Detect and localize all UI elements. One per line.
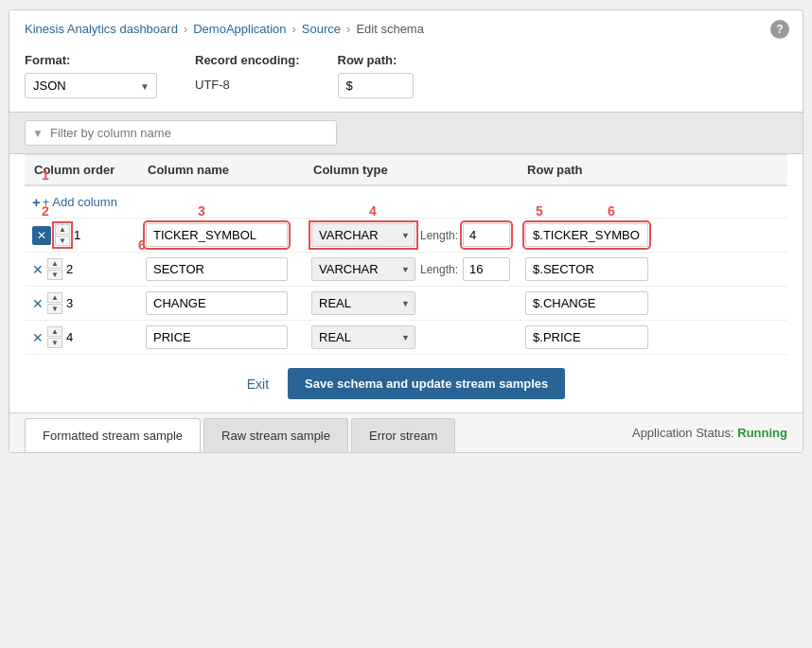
spinner-down-3[interactable]: ▼ xyxy=(47,304,62,314)
breadcrumb-source[interactable]: Source xyxy=(302,22,341,36)
col-type-select-4[interactable]: VARCHAR INTEGER REAL BOOLEAN TIMESTAMP xyxy=(311,325,415,349)
tab-formatted-stream[interactable]: Formatted stream sample xyxy=(25,418,201,452)
annotation-1: 1 xyxy=(42,167,49,183)
filter-input[interactable] xyxy=(25,120,337,146)
col-name-input-4[interactable] xyxy=(146,325,288,349)
col-type-select-3[interactable]: VARCHAR INTEGER REAL BOOLEAN TIMESTAMP xyxy=(311,291,415,315)
filter-icon: ▼ xyxy=(32,127,44,140)
delete-row-2-button[interactable]: ✕ xyxy=(32,262,44,277)
col-type-select-1[interactable]: VARCHAR INTEGER REAL BOOLEAN TIMESTAMP xyxy=(311,223,415,247)
format-label: Format: xyxy=(25,53,157,67)
app-status-value: Running xyxy=(737,426,787,440)
breadcrumb-kinesis[interactable]: Kinesis Analytics dashboard xyxy=(25,22,178,36)
table-row: ✕ ▲ ▼ 3 xyxy=(25,287,787,321)
annotation-3: 3 xyxy=(198,203,205,219)
length-input-2[interactable] xyxy=(463,257,510,281)
filter-bar: ▼ xyxy=(9,112,803,154)
help-icon[interactable]: ? xyxy=(770,20,789,39)
tabs-bar: Formatted stream sample Raw stream sampl… xyxy=(9,412,803,452)
order-value-4: 4 xyxy=(66,330,73,344)
row-path-col-input-1[interactable] xyxy=(525,223,648,247)
format-select[interactable]: JSON CSV Custom xyxy=(25,73,157,98)
record-encoding-value: UTF-8 xyxy=(195,73,230,96)
col-name-input-3[interactable] xyxy=(146,291,288,315)
delete-row-4-button[interactable]: ✕ xyxy=(32,330,44,345)
plus-icon: + xyxy=(32,194,41,210)
col-name-input-1[interactable] xyxy=(146,223,288,247)
col-name-input-2[interactable] xyxy=(146,257,288,281)
annotation-5: 5 xyxy=(536,203,543,219)
spinner-down-1[interactable]: ▼ xyxy=(55,236,70,246)
length-label-1: Length: xyxy=(420,229,458,242)
add-column-row: + + Add column xyxy=(25,185,787,219)
format-group: Format: JSON CSV Custom xyxy=(25,53,157,98)
breadcrumb-current: Edit schema xyxy=(356,22,424,36)
spinner-up-4[interactable]: ▲ xyxy=(47,326,62,337)
tab-raw-stream[interactable]: Raw stream sample xyxy=(203,418,348,452)
spinner-down-2[interactable]: ▼ xyxy=(47,270,62,280)
order-value-3: 3 xyxy=(66,296,73,310)
length-input-1[interactable] xyxy=(463,223,510,247)
footer-actions: Exit Save schema and update stream sampl… xyxy=(9,355,803,412)
table-row: ✕ ▲ ▼ 2 xyxy=(25,253,787,287)
spinner-down-4[interactable]: ▼ xyxy=(47,338,62,348)
schema-table: Column order Column name Column type Row… xyxy=(25,154,787,355)
annotation-6b: 6 xyxy=(138,237,146,253)
table-row: ✕ ▲ ▼ 4 xyxy=(25,321,787,355)
col-type-select-2[interactable]: VARCHAR INTEGER REAL BOOLEAN TIMESTAMP xyxy=(311,257,415,281)
save-button[interactable]: Save schema and update stream samples xyxy=(288,368,565,399)
add-column-label: + Add column xyxy=(43,195,117,209)
spinner-up-2[interactable]: ▲ xyxy=(47,258,62,269)
record-encoding-group: Record encoding: UTF-8 xyxy=(195,53,300,96)
row-path-col-input-3[interactable] xyxy=(525,291,648,315)
breadcrumb: Kinesis Analytics dashboard › DemoApplic… xyxy=(9,10,803,44)
order-value-2: 2 xyxy=(66,262,73,276)
th-col-name: Column name xyxy=(138,155,304,186)
annotation-6: 6 xyxy=(608,203,615,219)
row-path-input[interactable] xyxy=(338,73,414,98)
annotation-2: 2 xyxy=(42,203,49,219)
record-encoding-label: Record encoding: xyxy=(195,53,300,67)
row-path-col-input-2[interactable] xyxy=(525,257,648,281)
row-path-group: Row path: xyxy=(338,53,414,98)
th-row-path: Row path xyxy=(518,155,787,186)
spinner-up-3[interactable]: ▲ xyxy=(47,292,62,303)
breadcrumb-demo-app[interactable]: DemoApplication xyxy=(193,22,286,36)
app-status: Application Status: Running xyxy=(632,418,787,447)
app-status-label: Application Status: xyxy=(632,426,734,440)
annotation-4: 4 xyxy=(369,203,377,219)
order-value-1: 1 xyxy=(74,228,80,242)
row-path-label: Row path: xyxy=(338,53,414,67)
delete-row-3-button[interactable]: ✕ xyxy=(32,296,44,311)
delete-row-1-button[interactable]: ✕ xyxy=(32,226,51,245)
length-label-2: Length: xyxy=(420,263,458,276)
th-col-type: Column type xyxy=(304,155,518,186)
exit-button[interactable]: Exit xyxy=(247,377,269,392)
row-path-col-input-4[interactable] xyxy=(525,325,648,349)
spinner-up-1[interactable]: ▲ xyxy=(55,224,70,235)
tab-error-stream[interactable]: Error stream xyxy=(351,418,455,452)
